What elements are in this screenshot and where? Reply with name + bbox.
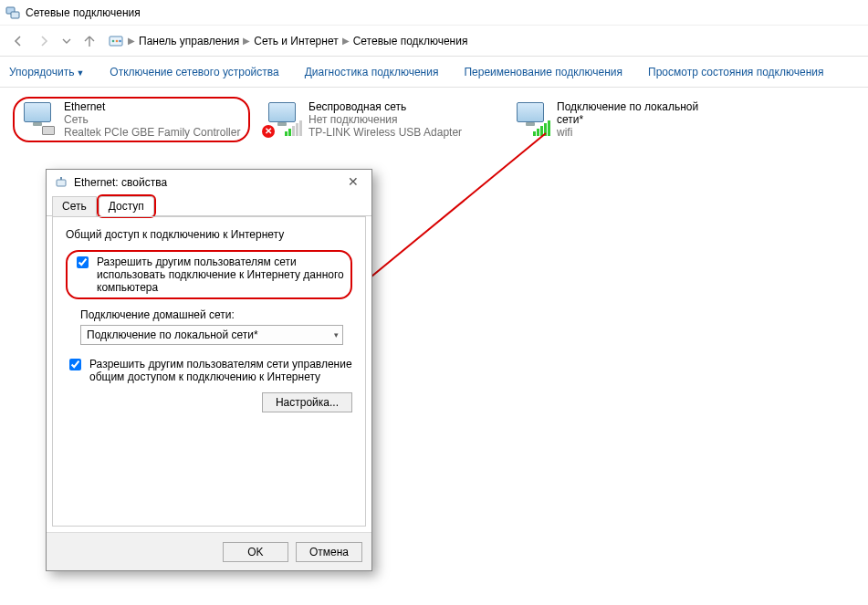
nav-back-button[interactable]	[7, 30, 29, 52]
allow-control-checkbox[interactable]	[69, 359, 81, 370]
allow-control-label: Разрешить другим пользователям сети упра…	[89, 358, 352, 383]
svg-point-3	[112, 39, 115, 42]
connection-name: Подключение по локальной сети*	[557, 100, 706, 126]
breadcrumb-sep-icon: ▶	[128, 36, 135, 46]
home-network-label: Подключение домашней сети:	[80, 308, 352, 321]
toolbar-rename[interactable]: Переименование подключения	[464, 66, 622, 78]
svg-rect-7	[57, 180, 66, 186]
address-bar: ▶ Панель управления ▶ Сеть и Интернет ▶ …	[0, 26, 868, 57]
svg-rect-8	[60, 177, 62, 180]
wifi-icon	[513, 100, 549, 137]
ics-group-title: Общий доступ к подключению к Интернету	[66, 228, 352, 241]
connection-device: TP-LINK Wireless USB Adapter	[309, 126, 462, 139]
ethernet-properties-dialog: Ethernet: свойства ✕ Сеть Доступ Общий д…	[46, 169, 372, 571]
command-toolbar: Упорядочить▼ Отключение сетевого устройс…	[0, 57, 868, 88]
tab-access[interactable]: Доступ	[99, 196, 154, 216]
svg-rect-1	[11, 12, 19, 18]
connection-status: wifi	[557, 126, 706, 139]
connection-status: Сеть	[64, 113, 240, 126]
dialog-footer: OK Отмена	[47, 532, 371, 570]
connection-local[interactable]: Подключение по локальной сети* wifi	[509, 97, 710, 142]
ok-button[interactable]: OK	[223, 542, 288, 562]
svg-point-5	[119, 39, 121, 42]
cancel-button[interactable]: Отмена	[296, 542, 362, 562]
home-network-value: Подключение по локальной сети*	[87, 329, 258, 341]
ethernet-icon	[20, 100, 57, 137]
dialog-titlebar: Ethernet: свойства ✕	[47, 170, 371, 195]
nav-recent-dropdown[interactable]	[58, 30, 75, 52]
svg-point-4	[116, 39, 119, 42]
allow-ics-label: Разрешить другим пользователям сети испо…	[97, 256, 345, 294]
toolbar-view-status[interactable]: Просмотр состояния подключения	[648, 66, 823, 78]
connection-name: Беспроводная сеть	[309, 100, 462, 113]
nav-up-button[interactable]	[78, 30, 100, 52]
allow-ics-checkbox[interactable]	[77, 256, 89, 268]
adapter-icon	[54, 175, 68, 190]
breadcrumb-leaf[interactable]: Сетевые подключения	[353, 35, 468, 47]
connections-content: Ethernet Сеть Realtek PCIe GBE Family Co…	[0, 88, 868, 151]
tab-network[interactable]: Сеть	[52, 196, 97, 216]
breadcrumb-root[interactable]: Панель управления	[139, 35, 239, 47]
dialog-tabs: Сеть Доступ	[47, 195, 371, 216]
nav-forward-button[interactable]	[33, 30, 55, 52]
window-titlebar: Сетевые подключения	[0, 0, 868, 26]
wifi-disabled-icon: ✕	[265, 100, 301, 137]
home-network-select[interactable]: Подключение по локальной сети* ▾	[80, 325, 343, 345]
toolbar-diagnose[interactable]: Диагностика подключения	[305, 66, 439, 78]
connection-device: Realtek PCIe GBE Family Controller	[64, 126, 240, 139]
dialog-title: Ethernet: свойства	[74, 176, 167, 189]
connection-ethernet[interactable]: Ethernet Сеть Realtek PCIe GBE Family Co…	[13, 97, 250, 142]
connection-wireless[interactable]: ✕ Беспроводная сеть Нет подключения TP-L…	[261, 97, 498, 142]
network-connections-icon	[5, 5, 20, 20]
connection-status: Нет подключения	[309, 113, 462, 126]
allow-ics-row: Разрешить другим пользователям сети испо…	[66, 250, 352, 299]
breadcrumb-sep-icon: ▶	[342, 36, 350, 46]
toolbar-organize-label: Упорядочить	[9, 66, 74, 78]
toolbar-disable-device[interactable]: Отключение сетевого устройства	[110, 66, 278, 78]
dialog-close-button[interactable]: ✕	[339, 172, 368, 192]
dialog-body: Общий доступ к подключению к Интернету Р…	[52, 216, 366, 527]
connection-name: Ethernet	[64, 100, 240, 113]
control-panel-icon	[108, 33, 124, 49]
breadcrumb-sep-icon: ▶	[243, 36, 250, 46]
window-title: Сетевые подключения	[26, 6, 141, 19]
breadcrumb: ▶ Панель управления ▶ Сеть и Интернет ▶ …	[108, 33, 467, 49]
toolbar-organize[interactable]: Упорядочить▼	[9, 66, 84, 78]
breadcrumb-mid[interactable]: Сеть и Интернет	[254, 35, 338, 47]
settings-button[interactable]: Настройка...	[262, 392, 352, 412]
allow-control-row: Разрешить другим пользователям сети упра…	[66, 358, 352, 383]
chevron-down-icon: ▾	[334, 330, 339, 339]
